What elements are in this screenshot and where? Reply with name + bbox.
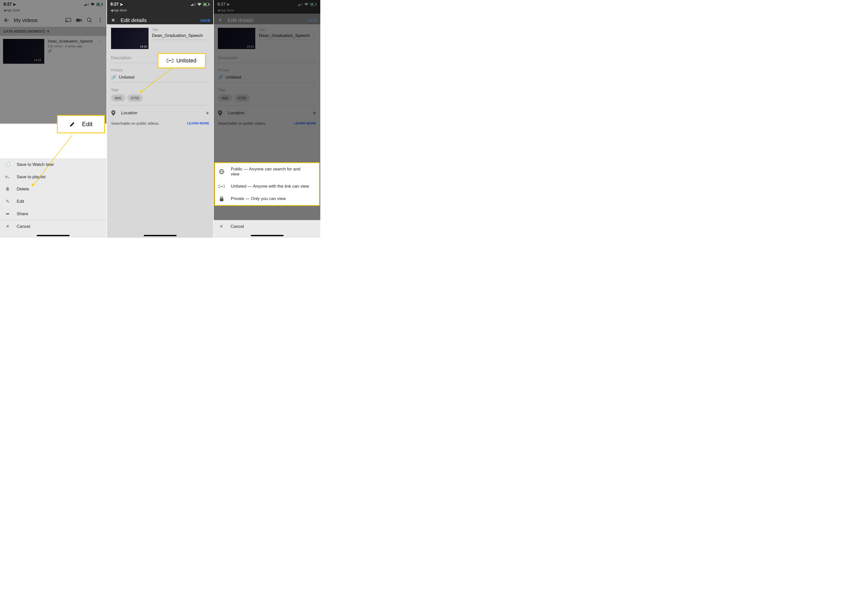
pencil-icon (69, 121, 76, 127)
home-indicator (144, 235, 176, 236)
battery-icon (203, 3, 210, 6)
lock-icon (219, 196, 225, 201)
description-field[interactable]: Description (218, 56, 316, 63)
home-indicator (251, 235, 283, 236)
svg-rect-16 (194, 3, 194, 6)
location-row[interactable]: Location + (218, 110, 316, 116)
svg-rect-31 (220, 198, 223, 201)
sheet-watch-later[interactable]: 🕘Save to Watch later (0, 158, 107, 171)
pencil-icon: ✎ (5, 199, 11, 204)
title-label: Title (152, 28, 209, 31)
tag-chip[interactable]: IMG (111, 94, 125, 102)
sheet-edit[interactable]: ✎Edit (0, 195, 107, 207)
close-icon: ✕ (5, 224, 11, 229)
video-thumb: 14:15 (218, 28, 255, 49)
privacy-option-unlisted[interactable]: Unlisted — Anyone with the link can view (215, 180, 319, 192)
learn-more-link[interactable]: LEARN MORE (294, 121, 316, 125)
sheet-delete[interactable]: 🗑Delete (0, 183, 107, 195)
sheet-cancel[interactable]: ✕Cancel (0, 220, 107, 233)
privacy-selector[interactable]: 🔗 Unlisted (111, 75, 209, 83)
panel-edit-details: 8:27➤ ◀ App Store ✕ Edit details SAVE 14… (107, 0, 214, 238)
svg-rect-24 (301, 3, 301, 6)
svg-rect-25 (302, 3, 302, 6)
panel-my-videos: 8:27➤ ◀ App Store My videos DATE ADDED (… (0, 0, 107, 238)
close-icon[interactable]: ✕ (217, 17, 223, 24)
svg-point-21 (113, 112, 114, 113)
playlist-add-icon: ≡₊ (5, 174, 11, 179)
link-icon: 🔗 (218, 75, 223, 80)
add-location-icon[interactable]: + (313, 110, 316, 116)
close-icon: ✕ (218, 224, 224, 229)
action-sheet: 🕘Save to Watch later ≡₊Save to playlist … (0, 158, 107, 238)
title-input[interactable]: Dean_Graduation_Speech (152, 33, 209, 40)
link-icon: 🔗 (111, 75, 116, 80)
signal-icon (191, 3, 195, 6)
tags-label: Tags (111, 88, 209, 92)
statusbar: 8:27➤ (214, 0, 320, 9)
tag-chip[interactable]: IMG (218, 94, 232, 102)
callout-unlisted: Unlisted (157, 53, 206, 68)
signal-icon (298, 3, 302, 6)
sheet-playlist[interactable]: ≡₊Save to playlist (0, 171, 107, 183)
privacy-cancel[interactable]: ✕ Cancel (214, 220, 320, 233)
searchable-text: Searchable on public videos. (111, 121, 160, 126)
wifi-icon (304, 3, 308, 6)
privacy-label: Privacy (111, 68, 209, 72)
video-thumb: 14:15 (111, 28, 148, 49)
link-icon (219, 185, 225, 188)
location-pin-icon (111, 110, 116, 116)
callout-edit: Edit (57, 115, 105, 133)
back-to-app[interactable]: ◀ App Store (214, 9, 320, 14)
svg-point-29 (219, 112, 221, 113)
tags-row[interactable]: IMG 0755 (111, 94, 209, 105)
clock-icon: 🕘 (5, 162, 11, 167)
link-icon (167, 59, 173, 63)
title-input[interactable]: Dean_Graduation_Speech (259, 33, 316, 40)
learn-more-link[interactable]: LEARN MORE (187, 121, 209, 125)
svg-rect-28 (316, 3, 316, 5)
svg-rect-23 (299, 4, 300, 6)
share-icon: ➦ (5, 211, 11, 217)
svg-rect-17 (195, 3, 195, 6)
tag-chip[interactable]: 0755 (234, 94, 250, 102)
panel-privacy-options: 8:27➤ ◀ App Store ✕ Edit details SAVE 14… (214, 0, 321, 238)
svg-rect-14 (191, 5, 192, 6)
location-arrow-icon: ➤ (227, 2, 230, 7)
location-arrow-icon: ➤ (120, 2, 123, 7)
statusbar: 8:27➤ (107, 0, 214, 9)
wifi-icon (197, 3, 201, 6)
save-button[interactable]: SAVE (307, 18, 317, 22)
privacy-selector[interactable]: 🔗 Unlisted (218, 75, 316, 83)
location-pin-icon (218, 110, 222, 116)
globe-icon (219, 169, 225, 174)
callout-privacy-options: Public — Anyone can search for and view … (214, 162, 320, 206)
svg-rect-15 (192, 4, 193, 6)
privacy-option-public[interactable]: Public — Anyone can search for and view (215, 163, 319, 180)
location-row[interactable]: Location + (111, 110, 209, 116)
svg-rect-20 (209, 3, 209, 5)
sheet-share[interactable]: ➦Share (0, 207, 107, 220)
trash-icon: 🗑 (5, 187, 11, 192)
battery-icon (310, 3, 317, 6)
tag-chip[interactable]: 0755 (127, 94, 143, 102)
privacy-option-private[interactable]: Private — Only you can view (215, 192, 319, 205)
back-to-app[interactable]: ◀ App Store (107, 9, 214, 14)
add-location-icon[interactable]: + (206, 110, 209, 116)
svg-rect-22 (298, 5, 299, 6)
home-indicator (37, 235, 69, 236)
save-button[interactable]: SAVE (200, 18, 211, 22)
page-title: Edit details (121, 17, 147, 23)
close-icon[interactable]: ✕ (110, 17, 116, 24)
